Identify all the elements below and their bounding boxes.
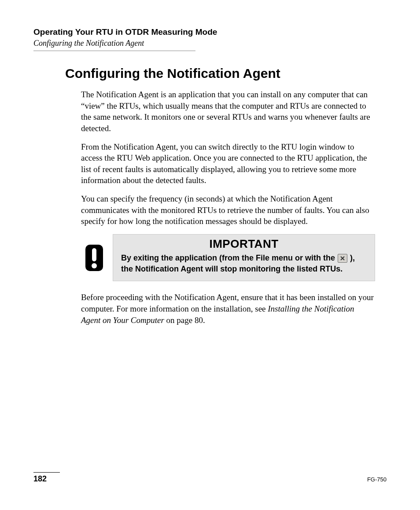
page-number: 182 — [33, 474, 47, 484]
important-callout: IMPORTANT By exiting the application (fr… — [80, 234, 375, 281]
page: Operating Your RTU in OTDR Measuring Mod… — [0, 0, 420, 510]
section-breadcrumb: Configuring the Notification Agent — [33, 39, 387, 48]
exclamation-icon — [80, 234, 113, 281]
chapter-title: Operating Your RTU in OTDR Measuring Mod… — [33, 27, 387, 37]
body-text-block: Before proceeding with the Notification … — [81, 292, 374, 326]
document-id: FG-750 — [367, 476, 387, 483]
paragraph: From the Notification Agent, you can swi… — [81, 141, 374, 187]
paragraph: Before proceeding with the Notification … — [81, 292, 374, 326]
svg-rect-1 — [92, 248, 96, 261]
callout-box: IMPORTANT By exiting the application (fr… — [113, 234, 375, 281]
footer-rule — [33, 472, 60, 473]
header-rule — [33, 51, 195, 51]
text: on page 80. — [166, 316, 205, 325]
callout-text-before: By exiting the application (from the Fil… — [121, 253, 337, 262]
paragraph: You can specify the frequency (in second… — [81, 193, 374, 227]
callout-title: IMPORTANT — [121, 237, 367, 251]
close-icon — [338, 254, 347, 263]
paragraph: The Notification Agent is an application… — [81, 89, 374, 134]
page-footer: 182 FG-750 — [33, 472, 387, 484]
callout-body: By exiting the application (from the Fil… — [121, 253, 367, 275]
section-heading: Configuring the Notification Agent — [65, 66, 387, 81]
body-text-block: The Notification Agent is an application… — [81, 89, 374, 227]
svg-point-2 — [92, 263, 97, 268]
